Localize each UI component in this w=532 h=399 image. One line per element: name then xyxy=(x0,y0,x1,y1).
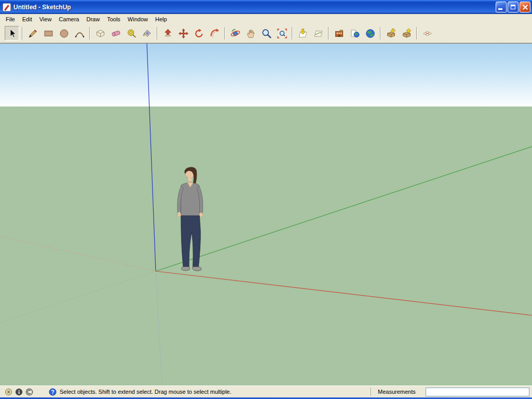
toggle-terrain-icon xyxy=(313,28,324,39)
close-button[interactable] xyxy=(520,2,530,12)
blue-axis-solid xyxy=(147,44,156,271)
toolbar-separator xyxy=(157,27,158,39)
green-axis-dotted xyxy=(0,271,156,323)
line-icon xyxy=(28,28,38,39)
zoom-icon xyxy=(261,28,272,39)
section-plane-icon xyxy=(422,28,433,39)
measurements-label: Measurements xyxy=(374,389,426,395)
toolbar-separator xyxy=(22,27,23,39)
help-icon[interactable] xyxy=(49,388,57,396)
blue-axis-dotted xyxy=(156,271,162,385)
circle-icon xyxy=(59,28,70,39)
offset-tool-button[interactable] xyxy=(207,26,222,41)
measurements-input[interactable] xyxy=(426,388,529,396)
restore-button[interactable] xyxy=(508,2,519,12)
toolbar xyxy=(0,24,532,43)
select-tool-button[interactable] xyxy=(5,26,19,41)
line-tool-button[interactable] xyxy=(25,26,40,41)
google-earth-button[interactable] xyxy=(363,26,377,41)
sketchup-window: Untitled - SketchUp File Edit View Camer… xyxy=(0,0,532,399)
person-figure[interactable] xyxy=(178,167,203,271)
window-title: Untitled - SketchUp xyxy=(13,4,496,11)
statusbar-divider xyxy=(371,388,372,396)
tape-measure-tool-button[interactable] xyxy=(124,26,139,41)
rotate-tool-button[interactable] xyxy=(192,26,206,41)
share-model-button[interactable] xyxy=(399,26,414,41)
red-axis-dotted xyxy=(0,236,156,271)
menu-bar: File Edit View Camera Draw Tools Window … xyxy=(0,14,532,24)
paint-bucket-tool-button[interactable] xyxy=(140,26,154,41)
arc-tool-button[interactable] xyxy=(72,26,87,41)
orbit-icon xyxy=(230,28,241,39)
toolbar-separator xyxy=(380,27,381,39)
photo-textures-button[interactable] xyxy=(332,26,346,41)
close-icon xyxy=(522,4,528,10)
push-pull-icon xyxy=(162,28,173,39)
toolbar-separator xyxy=(89,27,90,39)
restore-icon xyxy=(511,5,515,9)
rectangle-icon xyxy=(43,28,54,39)
preview-model-icon xyxy=(349,28,360,39)
tape-measure-icon xyxy=(126,28,137,39)
offset-icon xyxy=(209,28,220,39)
pan-tool-button[interactable] xyxy=(243,26,258,41)
get-current-view-icon xyxy=(297,28,308,39)
menu-view[interactable]: View xyxy=(36,15,56,23)
arc-icon xyxy=(74,28,85,39)
push-pull-tool-button[interactable] xyxy=(160,26,175,41)
window-controls xyxy=(496,2,530,12)
green-axis-solid xyxy=(156,147,532,271)
move-tool-button[interactable] xyxy=(176,26,190,41)
app-icon xyxy=(3,3,11,11)
model-scene xyxy=(0,44,532,385)
section-plane-button[interactable] xyxy=(420,26,434,41)
share-model-icon xyxy=(401,28,412,39)
eraser-icon xyxy=(111,28,121,39)
make-component-tool-button[interactable] xyxy=(93,26,107,41)
geolocation-icon[interactable] xyxy=(5,388,12,396)
zoom-tool-button[interactable] xyxy=(259,26,274,41)
toolbar-separator xyxy=(292,27,293,39)
get-models-button[interactable] xyxy=(384,26,398,41)
get-current-view-button[interactable] xyxy=(295,26,310,41)
status-icons xyxy=(2,388,36,396)
red-axis-solid xyxy=(156,271,532,315)
menu-help[interactable]: Help xyxy=(152,15,171,23)
drawing-area[interactable] xyxy=(0,43,532,385)
paint-bucket-icon xyxy=(142,28,153,39)
menu-draw[interactable]: Draw xyxy=(83,15,103,23)
zoom-extents-tool-button[interactable] xyxy=(275,26,289,41)
status-bar: Select objects. Shift to extend select. … xyxy=(0,385,532,397)
orbit-tool-button[interactable] xyxy=(228,26,242,41)
toolbar-separator xyxy=(328,27,329,39)
toolbar-separator xyxy=(224,27,225,39)
select-icon xyxy=(7,28,18,39)
menu-window[interactable]: Window xyxy=(124,15,152,23)
get-models-icon xyxy=(386,28,397,39)
status-hint: Select objects. Shift to extend select. … xyxy=(57,389,369,395)
move-icon xyxy=(178,28,189,39)
title-bar[interactable]: Untitled - SketchUp xyxy=(0,0,532,14)
eraser-tool-button[interactable] xyxy=(108,26,123,41)
menu-file[interactable]: File xyxy=(2,15,19,23)
preview-model-button[interactable] xyxy=(347,26,362,41)
circle-tool-button[interactable] xyxy=(57,26,71,41)
rectangle-tool-button[interactable] xyxy=(41,26,56,41)
rotate-icon xyxy=(194,28,204,39)
drawing-axes xyxy=(0,44,532,385)
make-component-icon xyxy=(95,28,106,39)
toolbar-separator xyxy=(416,27,417,39)
credits-icon[interactable] xyxy=(25,388,33,396)
zoom-extents-icon xyxy=(277,28,288,39)
minimize-button[interactable] xyxy=(496,2,507,12)
menu-tools[interactable]: Tools xyxy=(103,15,124,23)
attribution-icon[interactable] xyxy=(15,388,23,396)
toggle-terrain-button[interactable] xyxy=(311,26,325,41)
google-earth-icon xyxy=(365,28,376,39)
pan-icon xyxy=(245,28,256,39)
menu-edit[interactable]: Edit xyxy=(19,15,36,23)
menu-camera[interactable]: Camera xyxy=(55,15,83,23)
photo-textures-icon xyxy=(334,28,345,39)
minimize-icon xyxy=(498,8,502,10)
